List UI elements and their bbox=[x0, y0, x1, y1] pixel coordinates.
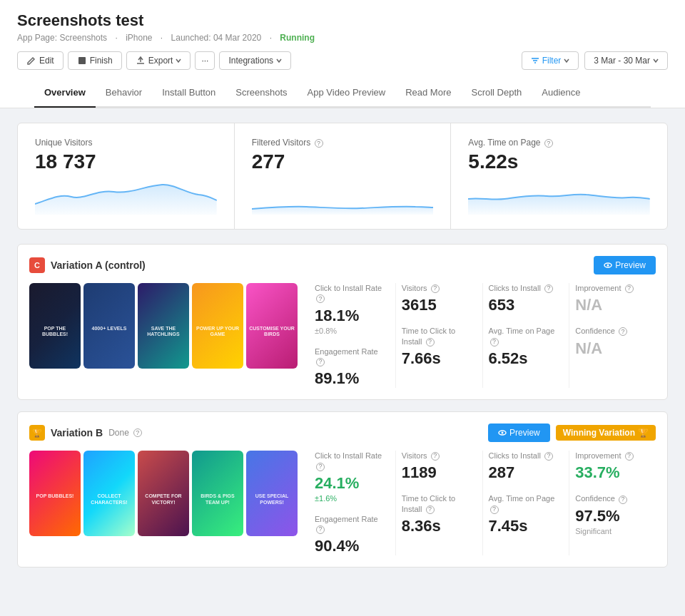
screenshot-thumb: Customise Your Birds bbox=[246, 283, 298, 369]
eye-icon-b bbox=[498, 428, 507, 437]
date-range-button[interactable]: 3 Mar - 30 Mar bbox=[584, 51, 668, 70]
improvement-info-a[interactable]: ? bbox=[625, 284, 634, 293]
app-page: App Page: Screenshots bbox=[17, 33, 107, 43]
eye-icon bbox=[604, 261, 612, 270]
cti-rate-info-a[interactable]: ? bbox=[316, 294, 325, 303]
visitors-label-b: Visitors ? bbox=[402, 451, 477, 461]
cti-rate-value-b: 24.1% bbox=[315, 474, 390, 493]
avg-time-info[interactable]: ? bbox=[544, 139, 553, 148]
unique-visitors-value: 18 737 bbox=[35, 150, 217, 173]
variation-a-body: Pop the Bubbles! 4000+ Levels Save the H… bbox=[29, 283, 656, 388]
confidence-info-a[interactable]: ? bbox=[619, 327, 627, 336]
filtered-visitors-value: 277 bbox=[252, 150, 434, 173]
screenshot-thumb: Save the Hatchlings bbox=[138, 283, 189, 369]
visitors-info-a[interactable]: ? bbox=[431, 284, 440, 293]
filtered-visitors-chart bbox=[252, 179, 434, 215]
improvement-value-a: N/A bbox=[575, 296, 650, 314]
engagement-info-a[interactable]: ? bbox=[316, 358, 325, 366]
cti-rate-sub-b: ±1.6% bbox=[315, 494, 390, 503]
app-launched: Launched: 04 Mar 2020 bbox=[171, 33, 262, 43]
tab-screenshots[interactable]: Screenshots bbox=[225, 78, 297, 108]
avg-time-value-b: 7.45s bbox=[489, 517, 564, 535]
toolbar-right: Filter 3 Mar - 30 Mar bbox=[522, 51, 668, 70]
avg-time-info-a[interactable]: ? bbox=[490, 338, 499, 346]
edit-icon bbox=[26, 56, 36, 66]
variation-b-header: 🏆 Variation B Done ? Preview Winning Var… bbox=[29, 423, 656, 442]
improvement-label-a: Improvement ? bbox=[575, 283, 650, 293]
time-to-click-value-b: 8.36s bbox=[402, 517, 477, 535]
clicks-info-a[interactable]: ? bbox=[544, 284, 553, 293]
avg-time-value: 5.22s bbox=[468, 150, 650, 173]
engagement-value-b: 90.4% bbox=[315, 537, 390, 555]
confidence-info-b[interactable]: ? bbox=[619, 496, 627, 504]
edit-button[interactable]: Edit bbox=[17, 51, 64, 70]
more-button[interactable]: ··· bbox=[195, 51, 215, 70]
dot-sep3: · bbox=[270, 33, 272, 43]
metric-unique-visitors: Unique Visitors 18 737 bbox=[18, 123, 235, 229]
tab-audience[interactable]: Audience bbox=[532, 78, 590, 108]
variation-a-preview-button[interactable]: Preview bbox=[594, 256, 656, 274]
finish-button[interactable]: Finish bbox=[68, 51, 122, 70]
engagement-label-a: Engagement Rate ? bbox=[315, 346, 390, 367]
cti-rate-info-b[interactable]: ? bbox=[316, 463, 325, 471]
svg-rect-0 bbox=[78, 57, 86, 64]
engagement-info-b[interactable]: ? bbox=[316, 525, 325, 534]
avg-time-label-a: Avg. Time on Page ? bbox=[489, 326, 564, 346]
confidence-value-a: N/A bbox=[575, 339, 650, 358]
visitors-info-b[interactable]: ? bbox=[431, 452, 440, 461]
stat-clicks-b: Clicks to Install ? 287 Avg. Time on Pag… bbox=[483, 451, 570, 555]
filtered-visitors-info[interactable]: ? bbox=[315, 139, 323, 148]
screenshot-thumb: Birds & Pigs Team Up! bbox=[192, 451, 243, 536]
variation-b-preview-button[interactable]: Preview bbox=[488, 423, 550, 442]
clicks-label-b: Clicks to Install ? bbox=[489, 451, 564, 461]
cti-rate-sub-a: ±0.8% bbox=[315, 327, 390, 335]
visitors-label-a: Visitors ? bbox=[402, 283, 477, 293]
filter-button[interactable]: Filter bbox=[522, 51, 579, 70]
trophy-icon: 🏆 bbox=[638, 428, 649, 438]
toolbar-left: Edit Finish Export ··· Integrations bbox=[17, 51, 291, 70]
time-to-click-info-b[interactable]: ? bbox=[426, 505, 435, 514]
improvement-value-b: 33.7% bbox=[575, 463, 650, 482]
tab-scroll-depth[interactable]: Scroll Depth bbox=[461, 78, 532, 108]
variation-b-card: 🏆 Variation B Done ? Preview Winning Var… bbox=[17, 411, 668, 568]
variation-b-body: Pop Bubbles! Collect Characters! Compete… bbox=[29, 451, 656, 555]
tab-behavior[interactable]: Behavior bbox=[96, 78, 152, 108]
stat-cti-rate-b: Click to Install Rate ? 24.1% ±1.6% Enga… bbox=[309, 451, 396, 555]
tab-install-button[interactable]: Install Button bbox=[152, 78, 225, 108]
screenshot-thumb: Pop Bubbles! bbox=[29, 451, 81, 536]
filter-icon bbox=[531, 56, 539, 65]
variation-a-card: C Variation A (control) Preview Pop the … bbox=[17, 244, 668, 400]
screenshot-thumb: Compete for Victory! bbox=[138, 451, 189, 536]
avg-time-info-b[interactable]: ? bbox=[490, 505, 499, 514]
stat-visitors-b: Visitors ? 1189 Time to Click to Install… bbox=[396, 451, 483, 555]
winning-badge: Winning Variation 🏆 bbox=[556, 425, 656, 441]
header: Screenshots test App Page: Screenshots ·… bbox=[0, 0, 685, 78]
done-info[interactable]: ? bbox=[133, 428, 142, 437]
improvement-info-b[interactable]: ? bbox=[625, 452, 634, 461]
clicks-value-a: 653 bbox=[489, 296, 564, 314]
clicks-info-b[interactable]: ? bbox=[544, 452, 553, 461]
svg-point-4 bbox=[502, 432, 504, 434]
tab-read-more[interactable]: Read More bbox=[395, 78, 461, 108]
confidence-sub-b: Significant bbox=[575, 527, 650, 535]
tab-overview[interactable]: Overview bbox=[34, 78, 96, 108]
toolbar: Edit Finish Export ··· Integrations bbox=[17, 51, 668, 78]
avg-time-label-b: Avg. Time on Page ? bbox=[489, 493, 564, 514]
stat-clicks-a: Clicks to Install ? 653 Avg. Time on Pag… bbox=[483, 283, 570, 388]
export-icon bbox=[136, 56, 146, 66]
time-to-click-info-a[interactable]: ? bbox=[426, 338, 435, 346]
app-status: Running bbox=[280, 33, 315, 43]
stat-visitors-a: Visitors ? 3615 Time to Click to Install… bbox=[396, 283, 483, 388]
date-chevron bbox=[653, 58, 659, 63]
export-button[interactable]: Export bbox=[126, 51, 191, 70]
screenshot-thumb: Pop the Bubbles! bbox=[29, 283, 81, 369]
visitors-value-b: 1189 bbox=[402, 463, 477, 482]
page-title: Screenshots test bbox=[17, 11, 668, 30]
variation-b-stats: Click to Install Rate ? 24.1% ±1.6% Enga… bbox=[309, 451, 656, 555]
variation-b-status: Done ? bbox=[108, 428, 142, 438]
avg-time-chart bbox=[468, 179, 650, 215]
improvement-label-b: Improvement ? bbox=[575, 451, 650, 461]
metric-filtered-visitors: Filtered Visitors ? 277 bbox=[235, 123, 452, 229]
tab-app-video[interactable]: App Video Preview bbox=[298, 78, 396, 108]
integrations-button[interactable]: Integrations bbox=[219, 51, 291, 70]
